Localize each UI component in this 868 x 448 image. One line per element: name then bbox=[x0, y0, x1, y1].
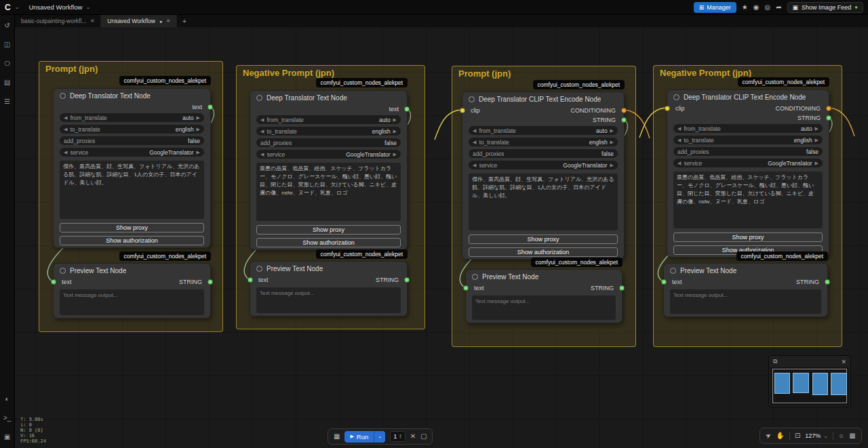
node-header[interactable]: Preview Text Node bbox=[54, 264, 210, 277]
share-icon[interactable]: ➦ bbox=[776, 4, 781, 11]
notification-icon[interactable]: ◉ bbox=[753, 4, 760, 11]
combo-right-arrow-icon[interactable]: ▶ bbox=[393, 129, 397, 134]
collapse-icon[interactable] bbox=[472, 274, 478, 280]
widget-to-translate[interactable]: ◀ to_translate english ▶ bbox=[60, 125, 204, 134]
prompt-textarea[interactable]: 最悪の品質、低品質、絵画、スケッチ、フラットカラー、モノクロ、グレースケール、醜… bbox=[256, 163, 401, 221]
deep-translator-clip-encode-node-2[interactable]: Deep Translator CLIP Text Encode Node cl… bbox=[667, 89, 829, 258]
collapse-icon[interactable] bbox=[673, 94, 679, 100]
fit-view-icon[interactable]: ⊡ bbox=[795, 432, 800, 439]
workflow-overview-icon[interactable]: ⧉ bbox=[773, 358, 777, 365]
combo-left-arrow-icon[interactable]: ◀ bbox=[677, 161, 681, 165]
preview-textarea[interactable]: Text message output... bbox=[256, 287, 401, 313]
output-text-dot[interactable] bbox=[404, 106, 410, 112]
output-string-dot[interactable] bbox=[619, 285, 625, 291]
minimap-toggle-icon[interactable]: ▦ bbox=[849, 432, 855, 439]
combo-right-arrow-icon[interactable]: ▶ bbox=[815, 161, 818, 165]
combo-left-arrow-icon[interactable]: ◀ bbox=[473, 128, 476, 133]
widget-add-proxies[interactable]: add_proxies false bbox=[673, 147, 823, 156]
preview-text-node-4[interactable]: Preview Text Node text STRING Text messa… bbox=[663, 263, 828, 317]
run-options-caret-icon[interactable]: ⌄ bbox=[374, 431, 385, 443]
widget-to-translate[interactable]: ◀ to_translate english ▶ bbox=[673, 136, 823, 144]
step-down-icon[interactable]: ▼ bbox=[399, 436, 401, 440]
minimap-viewport[interactable] bbox=[770, 367, 849, 405]
show-authorization-button[interactable]: Show authorization bbox=[469, 247, 618, 257]
widget-add-proxies[interactable]: add_proxies false bbox=[469, 149, 618, 158]
combo-right-arrow-icon[interactable]: ▶ bbox=[610, 128, 614, 133]
widget-from-translate[interactable]: ◀ from_translate auto ▶ bbox=[256, 115, 401, 124]
widget-service[interactable]: ◀ service GoogleTranslator ▶ bbox=[256, 150, 401, 159]
preview-textarea[interactable]: Text message output... bbox=[472, 296, 616, 320]
link-visibility-icon[interactable]: ☼ bbox=[838, 432, 844, 439]
node-header[interactable]: Preview Text Node bbox=[250, 262, 407, 275]
combo-right-arrow-icon[interactable]: ▶ bbox=[197, 115, 200, 120]
collapse-icon[interactable] bbox=[256, 95, 262, 101]
queue-menu-icon[interactable]: ▦ bbox=[334, 433, 340, 440]
preview-text-node-3[interactable]: Preview Text Node text STRING Text messa… bbox=[465, 269, 623, 323]
output-string-dot[interactable] bbox=[825, 279, 830, 285]
widget-add-proxies[interactable]: add_proxies false bbox=[256, 138, 401, 147]
sidebar-queue-icon[interactable]: ☰ bbox=[2, 97, 13, 106]
run-button[interactable]: ▶ Run ⌄ bbox=[344, 431, 385, 443]
logo-caret-icon[interactable]: ⌄ bbox=[15, 4, 20, 10]
combo-right-arrow-icon[interactable]: ▶ bbox=[610, 140, 614, 144]
node-header[interactable]: Preview Text Node bbox=[664, 264, 827, 277]
tab-unsaved-workflow[interactable]: Unsaved Workflow ● ✕ bbox=[101, 15, 177, 27]
combo-left-arrow-icon[interactable]: ◀ bbox=[64, 150, 67, 155]
output-string-dot[interactable] bbox=[404, 277, 410, 283]
widget-add-proxies[interactable]: add_proxies false bbox=[60, 136, 204, 145]
deep-translator-clip-encode-node-1[interactable]: Deep Translator CLIP Text Encode Node cl… bbox=[462, 91, 625, 260]
preview-text-node-2[interactable]: Preview Text Node text STRING Text messa… bbox=[250, 261, 408, 317]
show-authorization-button[interactable]: Show authorization bbox=[256, 238, 401, 247]
node-header[interactable]: Deep Translator Text Node bbox=[250, 91, 407, 104]
sidebar-terminal-icon[interactable]: >_ bbox=[2, 413, 13, 423]
show-proxy-button[interactable]: Show proxy bbox=[673, 232, 823, 242]
combo-left-arrow-icon[interactable]: ◀ bbox=[64, 127, 67, 131]
preview-textarea[interactable]: Text message output... bbox=[670, 289, 821, 314]
widget-service[interactable]: ◀ service GoogleTranslator ▶ bbox=[469, 161, 618, 169]
output-text-dot[interactable] bbox=[208, 104, 213, 110]
combo-left-arrow-icon[interactable]: ◀ bbox=[677, 126, 681, 131]
output-conditioning-dot[interactable] bbox=[826, 106, 831, 111]
show-proxy-button[interactable]: Show proxy bbox=[60, 223, 204, 232]
combo-right-arrow-icon[interactable]: ▶ bbox=[197, 127, 200, 131]
combo-right-arrow-icon[interactable]: ▶ bbox=[610, 163, 614, 167]
workflow-menu-button[interactable]: Unsaved Workflow ⌄ bbox=[28, 3, 90, 11]
combo-right-arrow-icon[interactable]: ▶ bbox=[815, 126, 818, 131]
batch-count-input[interactable]: 1 ▲ ▼ bbox=[390, 431, 405, 442]
sidebar-workflows-icon[interactable]: ◫ bbox=[2, 40, 13, 49]
group-title[interactable]: Prompt (jpn) bbox=[452, 66, 635, 81]
input-text-dot[interactable] bbox=[248, 277, 253, 283]
prompt-textarea[interactable]: 傑作、最高品質、顔、生写真、フォトリアル、光沢のある肌、詳細な肌、詳細な目、1人… bbox=[469, 174, 618, 230]
widget-from-translate[interactable]: ◀ from_translate auto ▶ bbox=[60, 113, 204, 122]
widget-from-translate[interactable]: ◀ from_translate auto ▶ bbox=[469, 126, 618, 135]
input-text-dot[interactable] bbox=[661, 279, 667, 285]
star-icon[interactable]: ★ bbox=[742, 4, 748, 11]
collapse-icon[interactable] bbox=[670, 268, 676, 274]
node-header[interactable]: Deep Translator CLIP Text Encode Node bbox=[462, 92, 624, 106]
node-header[interactable]: Deep Translator Text Node bbox=[54, 89, 210, 102]
show-proxy-button[interactable]: Show proxy bbox=[256, 225, 401, 235]
node-canvas[interactable]: Prompt (jpn) Negative Prompt (jpn) Promp… bbox=[0, 0, 868, 448]
group-title[interactable]: Prompt (jpn) bbox=[39, 62, 222, 76]
sidebar-logs-icon[interactable]: ▣ bbox=[2, 432, 13, 442]
combo-left-arrow-icon[interactable]: ◀ bbox=[677, 138, 681, 142]
new-tab-button[interactable]: + bbox=[177, 15, 192, 27]
combo-right-arrow-icon[interactable]: ▶ bbox=[393, 152, 397, 157]
sidebar-theme-icon[interactable]: ◐ bbox=[2, 394, 13, 404]
sidebar-model-library-icon[interactable]: ▤ bbox=[2, 78, 13, 87]
combo-left-arrow-icon[interactable]: ◀ bbox=[260, 129, 264, 134]
combo-right-arrow-icon[interactable]: ▶ bbox=[393, 117, 397, 122]
preview-textarea[interactable]: Text message output... bbox=[60, 289, 204, 315]
deep-translator-text-node-2[interactable]: Deep Translator Text Node text ◀ from_tr… bbox=[250, 90, 408, 250]
sidebar-node-library-icon[interactable]: ⎔ bbox=[2, 59, 13, 68]
pan-hand-icon[interactable]: ✋ bbox=[776, 432, 784, 439]
input-text-dot[interactable] bbox=[51, 279, 56, 285]
show-image-feed-button[interactable]: ▣ Show Image Feed ● bbox=[787, 2, 863, 13]
widget-to-translate[interactable]: ◀ to_translate english ▶ bbox=[469, 138, 618, 146]
image-feed-toggle-on-icon[interactable]: ● bbox=[854, 5, 858, 10]
widget-to-translate[interactable]: ◀ to_translate english ▶ bbox=[256, 127, 401, 136]
deep-translator-text-node-1[interactable]: Deep Translator Text Node text ◀ from_tr… bbox=[53, 88, 211, 248]
show-authorization-button[interactable]: Show authorization bbox=[60, 236, 204, 245]
output-string-dot[interactable] bbox=[208, 279, 213, 285]
collapse-icon[interactable] bbox=[469, 96, 475, 102]
